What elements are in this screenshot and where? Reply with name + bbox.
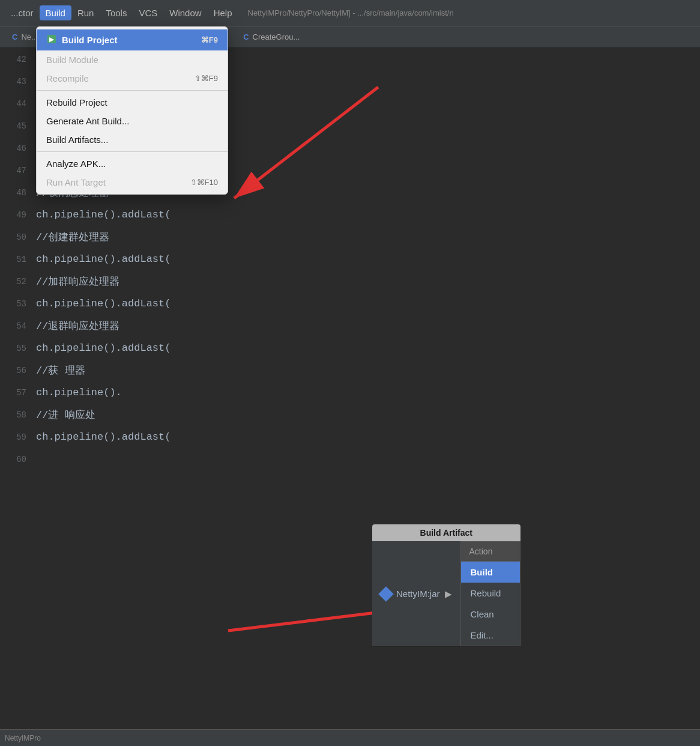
build-menu: ▶ Build Project ⌘F9 Build Module Recompi… [36, 26, 228, 195]
separator-2 [37, 151, 228, 152]
build-menu-build-module[interactable]: Build Module [37, 50, 228, 69]
action-submenu-header: Action [461, 542, 520, 562]
menubar: ...ctor Build Run Tools VCS Window Help … [0, 0, 700, 26]
build-menu-analyze-apk[interactable]: Analyze APK... [37, 154, 228, 173]
code-line-53: 53 ch.pipeline().addLast( [0, 293, 700, 315]
build-project-icon: ▶ [46, 34, 57, 44]
generate-ant-label: Generate Ant Build... [46, 116, 129, 126]
code-line-58: 58 //进 响应处 [0, 404, 700, 426]
code-line-59: 59 ch.pipeline().addLast( [0, 426, 700, 448]
artifact-name: NettyIM:jar [396, 589, 440, 599]
svg-text:▶: ▶ [49, 36, 55, 43]
statusbar: NettyIMPro [0, 729, 700, 746]
artifact-item-nettyim[interactable]: NettyIM:jar ▶ [372, 584, 460, 604]
menubar-item-build[interactable]: Build [40, 5, 71, 20]
tab-ne-label: Ne... [21, 32, 37, 41]
code-line-50: 50 //创建群处理器 [0, 226, 700, 248]
recompile-label: Recompile [46, 73, 89, 83]
code-line-55: 55 ch.pipeline().addLast( [0, 337, 700, 359]
build-menu-run-ant[interactable]: Run Ant Target ⇧⌘F10 [37, 173, 228, 192]
code-line-54: 54 //退群响应处理器 [0, 315, 700, 337]
menubar-item-help[interactable]: Help [208, 5, 238, 20]
window-title: NettyIMPro/NettyPro/NettyIM] - .../src/m… [248, 8, 454, 17]
artifact-row: NettyIM:jar ▶ Action Build Rebuild Clean… [372, 541, 520, 647]
run-ant-shortcut: ⇧⌘F10 [190, 178, 218, 187]
separator-1 [37, 90, 228, 91]
menubar-item-run[interactable]: Run [71, 5, 100, 20]
build-menu-generate-ant[interactable]: Generate Ant Build... [37, 112, 228, 130]
code-line-49: 49 ch.pipeline().addLast( [0, 204, 700, 226]
recompile-shortcut: ⇧⌘F9 [195, 74, 218, 83]
build-menu-recompile[interactable]: Recompile ⇧⌘F9 [37, 69, 228, 88]
menubar-item-tools[interactable]: Tools [100, 5, 133, 20]
statusbar-text: NettyIMPro [5, 734, 41, 742]
analyze-apk-label: Analyze APK... [46, 159, 106, 169]
menubar-item-vcs[interactable]: VCS [133, 5, 163, 20]
code-line-51: 51 ch.pipeline().addLast( [0, 248, 700, 270]
run-ant-label: Run Ant Target [46, 177, 106, 187]
menubar-item-refactor[interactable]: ...ctor [5, 5, 40, 20]
artifact-header: Build Artifact [372, 524, 520, 541]
build-project-shortcut: ⌘F9 [201, 35, 218, 44]
action-item-build[interactable]: Build [461, 562, 520, 583]
diamond-icon [378, 586, 393, 601]
build-project-label: Build Project [62, 35, 118, 45]
code-line-60: 60 [0, 448, 700, 470]
artifact-panel: Build Artifact NettyIM:jar ▶ Action Buil… [372, 524, 520, 647]
code-line-56: 56 //获 理器 [0, 359, 700, 381]
action-item-rebuild[interactable]: Rebuild [461, 583, 520, 604]
action-item-clean[interactable]: Clean [461, 604, 520, 625]
build-menu-rebuild-project[interactable]: Rebuild Project [37, 93, 228, 112]
action-submenu: Action Build Rebuild Clean Edit... [460, 541, 520, 646]
tab-creategroup[interactable]: C CreateGrou... [236, 30, 307, 44]
build-artifacts-label: Build Artifacts... [46, 135, 108, 145]
action-item-edit[interactable]: Edit... [461, 625, 520, 646]
tab-creategroup-label: CreateGrou... [253, 32, 300, 41]
code-line-52: 52 //加群响应处理器 [0, 270, 700, 293]
menubar-item-window[interactable]: Window [163, 5, 207, 20]
build-menu-build-project[interactable]: ▶ Build Project ⌘F9 [37, 29, 228, 50]
code-line-57: 57 ch.pipeline(). [0, 381, 700, 404]
build-menu-build-artifacts[interactable]: Build Artifacts... [37, 130, 228, 149]
build-module-label: Build Module [46, 55, 98, 65]
arrow-right-icon: ▶ [445, 589, 452, 599]
rebuild-project-label: Rebuild Project [46, 97, 107, 108]
